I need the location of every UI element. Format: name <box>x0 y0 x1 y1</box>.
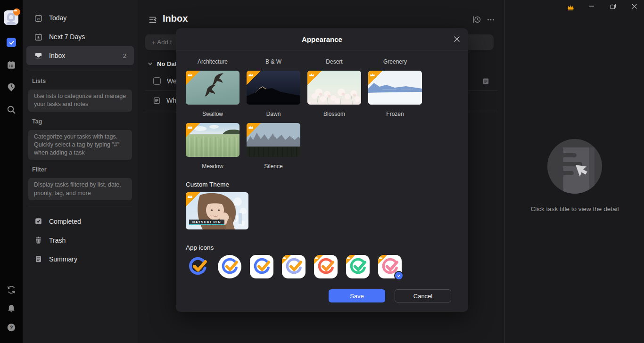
svg-text:23: 23 <box>37 17 41 20</box>
rail-search-button[interactable] <box>6 105 17 115</box>
app-window: ? 23 Today Next 7 Days <box>0 0 644 343</box>
theme-label[interactable]: Architecture <box>186 58 239 65</box>
page-title: Inbox <box>163 13 188 24</box>
app-icon-option-blue-circle-tile[interactable] <box>218 255 241 278</box>
theme-thumbnail-meadow[interactable] <box>186 123 239 157</box>
left-rail: ? <box>0 0 23 343</box>
theme-label[interactable]: Meadow <box>186 163 239 170</box>
premium-crown-badge <box>13 8 20 16</box>
sidebar-item-next-7-days[interactable]: Next 7 Days <box>26 27 134 46</box>
app-icon-option-periwinkle-premium[interactable] <box>282 255 305 278</box>
check-icon <box>8 40 15 46</box>
filter-hint: Display tasks filtered by list, date, pr… <box>28 178 132 200</box>
app-icon-option-blue-plain[interactable] <box>186 255 209 278</box>
sidebar-divider <box>28 71 132 71</box>
bell-icon <box>6 303 17 314</box>
cancel-button[interactable]: Cancel <box>395 289 451 302</box>
dawn-theme-image <box>247 71 300 105</box>
section-title-tag[interactable]: Tag <box>32 118 138 125</box>
sidebar-item-label: Completed <box>49 218 81 225</box>
ticktick-logo-icon <box>348 257 367 276</box>
ticktick-logo-icon <box>187 256 208 277</box>
theme-thumbnail-swallow[interactable] <box>186 71 239 105</box>
section-title-filter[interactable]: Filter <box>32 166 138 173</box>
rail-notifications-button[interactable] <box>6 303 17 314</box>
task-checkbox[interactable] <box>153 77 161 85</box>
swallow-theme-image <box>186 71 239 105</box>
custom-theme-thumbnail[interactable]: NATSUKI RIN <box>186 192 248 229</box>
sidebar-divider <box>28 206 132 206</box>
theme-label[interactable]: Frozen <box>368 111 422 117</box>
close-window-button[interactable] <box>627 0 641 12</box>
dialog-body: Architecture B & W Desert Greenery <box>176 58 468 302</box>
sidebar-item-label: Next 7 Days <box>49 33 85 41</box>
theme-thumbnail-frozen[interactable] <box>368 71 422 105</box>
theme-label[interactable]: Swallow <box>186 111 239 117</box>
svg-text:?: ? <box>10 325 13 330</box>
collapse-sidebar-button[interactable] <box>148 15 158 25</box>
rail-tasks-button[interactable] <box>7 38 16 47</box>
sidebar-item-label: Trash <box>49 237 66 244</box>
rail-focus-button[interactable] <box>6 82 17 92</box>
calendar-week-icon <box>34 33 43 41</box>
section-title-lists[interactable]: Lists <box>32 78 138 84</box>
sidebar-item-summary[interactable]: Summary <box>26 250 134 269</box>
dialog-footer: Save Cancel <box>186 289 458 302</box>
blossom-theme-image <box>307 71 361 105</box>
theme-names-row-1: Swallow Dawn Blossom Frozen <box>186 111 458 117</box>
theme-label[interactable]: Blossom <box>307 111 361 117</box>
rail-calendar-button[interactable] <box>6 60 17 70</box>
completed-checkbox-icon <box>34 217 43 226</box>
sidebar-item-label: Inbox <box>49 52 65 59</box>
sidebar-item-label: Today <box>49 14 66 22</box>
theme-label[interactable]: Dawn <box>247 111 300 117</box>
restore-button[interactable] <box>606 0 620 12</box>
sidebar-item-today[interactable]: 23 Today <box>26 8 134 27</box>
lists-hint: Use lists to categorize and manage your … <box>28 90 132 112</box>
group-header-no-date[interactable]: No Date <box>148 60 180 67</box>
dialog-header: Appearance <box>176 28 468 50</box>
ticktick-logo-icon <box>220 257 239 276</box>
app-icon-option-blue-square-tile[interactable] <box>250 255 273 278</box>
theme-row-1 <box>186 71 458 105</box>
sidebar: 23 Today Next 7 Days Inbox 2 Lists Use l… <box>23 0 138 343</box>
rail-help-button[interactable]: ? <box>6 322 17 333</box>
ticktick-logo-icon <box>284 257 303 276</box>
sidebar-item-trash[interactable]: Trash <box>26 231 134 250</box>
theme-thumbnail-blossom[interactable] <box>307 71 361 105</box>
theme-thumbnail-silence[interactable] <box>247 123 300 157</box>
more-options-button[interactable] <box>486 15 496 25</box>
empty-state-illustration <box>547 139 602 194</box>
save-button[interactable]: Save <box>329 289 385 302</box>
theme-label[interactable]: Silence <box>247 163 300 170</box>
sidebar-item-label: Summary <box>49 255 77 263</box>
theme-label[interactable]: Greenery <box>368 58 422 65</box>
app-icons-row <box>186 254 458 279</box>
app-icon-option-coral-premium[interactable] <box>314 255 338 278</box>
app-icon-option-pink-premium-selected[interactable] <box>378 255 402 278</box>
upgrade-premium-button[interactable] <box>563 1 578 14</box>
theme-thumbnail-dawn[interactable] <box>247 71 300 105</box>
inbox-count-badge: 2 <box>123 52 126 59</box>
rail-sync-button[interactable] <box>6 285 17 295</box>
sidebar-item-inbox[interactable]: Inbox 2 <box>26 46 134 65</box>
task-activities-button[interactable] <box>471 15 482 25</box>
app-icons-section-title: App icons <box>186 244 458 251</box>
close-icon <box>454 36 460 42</box>
theme-label[interactable]: B & W <box>247 58 300 65</box>
dialog-close-button[interactable] <box>452 34 462 44</box>
inbox-icon <box>34 51 43 60</box>
minimize-button[interactable] <box>585 0 599 12</box>
theme-label[interactable]: Desert <box>307 58 361 65</box>
theme-row-2 <box>186 123 458 157</box>
question-icon: ? <box>6 322 17 333</box>
sidebar-item-completed[interactable]: Completed <box>26 212 134 231</box>
minimize-icon <box>589 3 594 9</box>
header-actions <box>471 15 496 25</box>
app-icon-option-green-premium[interactable] <box>346 255 370 278</box>
document-cursor-illustration <box>547 139 602 194</box>
custom-theme-caption: NATSUKI RIN <box>189 220 224 225</box>
meadow-theme-image <box>186 123 239 157</box>
avatar[interactable] <box>4 10 18 25</box>
silence-theme-image <box>247 123 300 157</box>
